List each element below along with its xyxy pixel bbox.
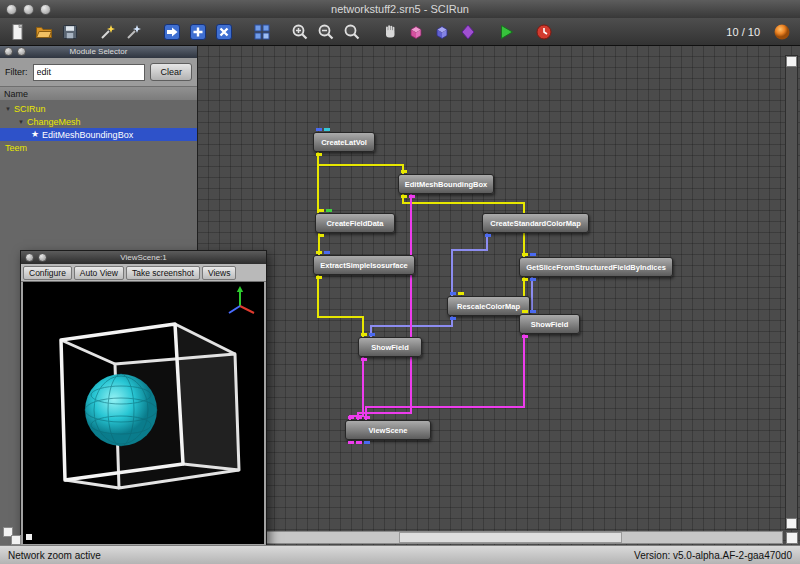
blue-input-port[interactable] <box>530 310 536 313</box>
viewscene-button-take-screenshot[interactable]: Take screenshot <box>126 266 200 280</box>
green-input-port[interactable] <box>326 209 332 212</box>
scirun-window: networkstuff2.srn5 - SCIRun 10 / 10 Crea… <box>0 0 800 564</box>
yellow-input-port[interactable] <box>316 251 322 254</box>
execute-play-icon[interactable] <box>496 22 516 42</box>
yellow-input-port[interactable] <box>522 310 528 313</box>
magenta-input-port[interactable] <box>364 416 370 419</box>
filter-label: Filter: <box>5 67 28 77</box>
close-window-button[interactable] <box>6 4 17 15</box>
viewscene-button-auto-view[interactable]: Auto View <box>74 266 124 280</box>
yellow-output-port[interactable] <box>316 153 322 156</box>
viewport-3d[interactable] <box>23 282 264 544</box>
tree-column-header[interactable]: Name <box>0 87 197 101</box>
pink-cube-icon[interactable] <box>406 22 426 42</box>
horizontal-scrollbar[interactable] <box>201 531 783 544</box>
yellow-output-port[interactable] <box>318 234 324 237</box>
clear-filter-button[interactable]: Clear <box>150 63 192 81</box>
blue-input-port[interactable] <box>316 128 322 131</box>
horizontal-scroll-thumb[interactable] <box>399 532 621 543</box>
arrow-box-icon[interactable] <box>162 22 182 42</box>
module-selector-title: Module Selector <box>0 47 197 56</box>
orange-sphere-icon[interactable] <box>772 22 792 42</box>
yellow-output-port[interactable] <box>316 276 322 279</box>
new-network-icon[interactable] <box>8 22 28 42</box>
magenta-output-port[interactable] <box>348 441 354 444</box>
blue-output-port[interactable] <box>485 234 491 237</box>
network-canvas[interactable]: CreateLatVolEditMeshBoundingBoxCreateFie… <box>197 45 800 546</box>
tree-item-scirun[interactable]: ▼SCIRun <box>0 102 197 115</box>
magenta-output-port[interactable] <box>522 335 528 338</box>
module-label: ShowField <box>528 320 572 329</box>
blue-output-port[interactable] <box>450 317 456 320</box>
module-view-scene[interactable]: ViewScene <box>345 420 431 440</box>
module-label: EditMeshBoundingBox <box>402 180 491 189</box>
yellow-output-port[interactable] <box>522 278 528 281</box>
yellow-input-port[interactable] <box>361 333 367 336</box>
cyan-input-port[interactable] <box>324 128 330 131</box>
magenta-output-port[interactable] <box>409 195 415 198</box>
module-label: CreateLatVol <box>318 138 370 147</box>
module-create-lat-vol[interactable]: CreateLatVol <box>313 132 375 152</box>
module-extract-simple-isosurface[interactable]: ExtractSimpleIsosurface <box>313 255 415 275</box>
minimize-window-button[interactable] <box>23 4 34 15</box>
magic-wand-white-icon[interactable] <box>124 22 144 42</box>
expander-icon[interactable]: ▼ <box>18 119 24 125</box>
scrollbar-corner[interactable] <box>786 532 798 544</box>
tree-item-changemesh[interactable]: ▼ChangeMesh <box>0 115 197 128</box>
blue-output-port[interactable] <box>530 278 536 281</box>
x-box-icon[interactable] <box>214 22 234 42</box>
viewport-scale-marker <box>26 534 32 540</box>
blue-input-port[interactable] <box>369 333 375 336</box>
filter-input[interactable] <box>33 64 146 81</box>
scroll-handle-bottom[interactable] <box>786 518 797 529</box>
hand-icon[interactable] <box>380 22 400 42</box>
blue-output-port[interactable] <box>364 441 370 444</box>
zoom-in-icon[interactable] <box>290 22 310 42</box>
yellow-input-port[interactable] <box>318 209 324 212</box>
zoom-window-button[interactable] <box>40 4 51 15</box>
tree-item-teem[interactable]: Teem <box>0 141 197 154</box>
magenta-output-port[interactable] <box>356 441 362 444</box>
module-create-field-data[interactable]: CreateFieldData <box>315 213 395 233</box>
module-label: ShowField <box>368 343 412 352</box>
tree-item-label: ChangeMesh <box>27 117 81 127</box>
yellow-input-port[interactable] <box>522 253 528 256</box>
module-rescale-color-map[interactable]: RescaleColorMap <box>447 296 530 316</box>
open-folder-icon[interactable] <box>34 22 54 42</box>
zoom-reset-icon[interactable] <box>342 22 362 42</box>
blue-input-port[interactable] <box>450 292 456 295</box>
module-show-field-left[interactable]: ShowField <box>358 337 422 357</box>
magenta-input-port[interactable] <box>356 416 362 419</box>
zoom-out-icon[interactable] <box>316 22 336 42</box>
module-show-field-right[interactable]: ShowField <box>519 314 580 334</box>
purple-cube-icon[interactable] <box>432 22 452 42</box>
viewscene-button-views[interactable]: Views <box>202 266 237 280</box>
magenta-input-port[interactable] <box>348 416 354 419</box>
resize-grip[interactable] <box>11 535 21 545</box>
red-clock-icon[interactable] <box>534 22 554 42</box>
save-disk-icon[interactable] <box>60 22 80 42</box>
magenta-output-port[interactable] <box>361 358 367 361</box>
yellow-output-port[interactable] <box>401 195 407 198</box>
vertical-scrollbar[interactable] <box>785 55 798 530</box>
plus-box-icon[interactable] <box>188 22 208 42</box>
viewscene-titlebar[interactable]: ViewScene:1 <box>21 251 266 264</box>
grid-squares-icon[interactable] <box>252 22 272 42</box>
module-get-slice-from-structured-field-by-indices[interactable]: GetSliceFromStructuredFieldByIndices <box>519 257 673 277</box>
module-create-standard-color-map[interactable]: CreateStandardColorMap <box>482 213 589 233</box>
blue-input-port[interactable] <box>324 251 330 254</box>
tree-item-label: Teem <box>5 143 27 153</box>
module-edit-mesh-bounding-box[interactable]: EditMeshBoundingBox <box>398 174 494 194</box>
blue-input-port[interactable] <box>530 253 536 256</box>
module-label: ExtractSimpleIsosurface <box>317 261 411 270</box>
magic-wand-icon[interactable] <box>98 22 118 42</box>
tree-item-editmeshboundingbox[interactable]: ★EditMeshBoundingBox <box>0 128 197 141</box>
scroll-handle-top[interactable] <box>786 56 797 67</box>
purple-diamond-icon[interactable] <box>458 22 478 42</box>
expander-icon[interactable]: ▼ <box>5 106 11 112</box>
viewscene-button-configure[interactable]: Configure <box>23 266 72 280</box>
module-label: CreateStandardColorMap <box>487 219 583 228</box>
yellow-input-port[interactable] <box>458 292 464 295</box>
yellow-input-port[interactable] <box>401 170 407 173</box>
tree-item-label: SCIRun <box>14 104 46 114</box>
